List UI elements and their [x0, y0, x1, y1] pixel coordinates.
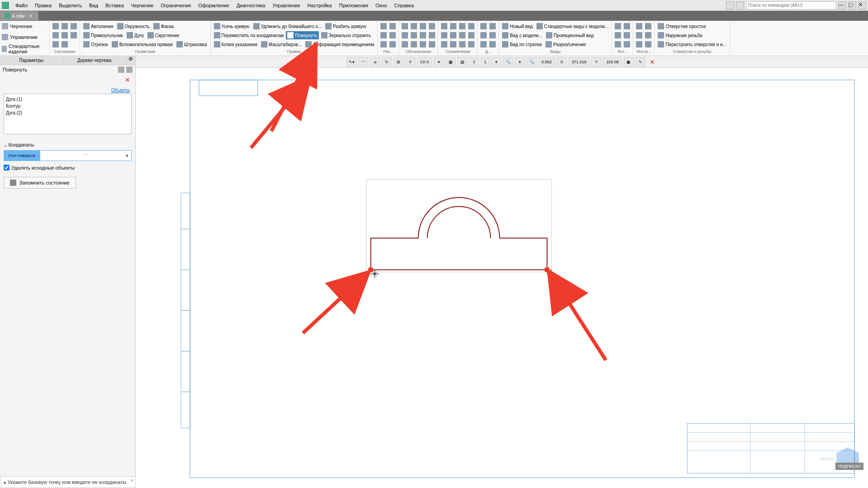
drawing-viewport[interactable] — [172, 74, 859, 483]
section-button[interactable]: Разрез/сечение — [544, 40, 587, 48]
menu-view[interactable]: Вид — [85, 3, 102, 8]
t3[interactable] — [635, 31, 643, 39]
ct9[interactable]: ▾ — [515, 57, 525, 66]
window-close[interactable]: ✕ — [858, 1, 866, 9]
split-button[interactable]: Разбить кривую — [324, 22, 367, 30]
help-icon[interactable] — [118, 66, 124, 73]
copy-button[interactable]: Копия указанием — [213, 40, 259, 48]
dim2[interactable] — [389, 22, 397, 30]
preview-button[interactable] — [61, 31, 69, 39]
menu-help[interactable]: Справка — [391, 3, 417, 8]
new-file-button[interactable] — [52, 22, 60, 30]
c6[interactable] — [449, 31, 457, 39]
scale-value[interactable]: 1 — [481, 57, 489, 66]
t4[interactable] — [644, 31, 652, 39]
scale-button[interactable]: Масштабиров... — [260, 40, 303, 48]
obj-item-3[interactable]: Дуга (2) — [6, 109, 129, 116]
object-list[interactable]: Дуга (1) Контур Дуга (2) — [4, 94, 132, 134]
cancel-command[interactable]: × — [647, 57, 657, 66]
menu-window[interactable]: Окно — [372, 3, 391, 8]
ct3[interactable]: ↻ — [382, 57, 392, 66]
ct6[interactable]: ▦ — [446, 57, 455, 66]
an7[interactable] — [419, 31, 427, 39]
i1[interactable] — [614, 22, 622, 30]
ct2[interactable]: ⌀ — [370, 57, 380, 66]
d2[interactable] — [489, 22, 497, 30]
an2[interactable] — [410, 22, 418, 30]
ct8[interactable]: ▾ — [491, 57, 501, 66]
dim1[interactable] — [379, 22, 388, 30]
line-button[interactable]: Отрезок — [82, 40, 109, 48]
i5[interactable] — [614, 40, 622, 48]
c2[interactable] — [449, 22, 457, 30]
rect-button[interactable]: Прямоугольник — [82, 31, 124, 39]
an11[interactable] — [419, 40, 427, 48]
an4[interactable] — [428, 22, 436, 30]
window-maximize[interactable]: ▢ — [848, 1, 856, 9]
remember-state-button[interactable]: Запомнить состояние — [4, 177, 76, 189]
ct10[interactable]: ▣ — [624, 57, 634, 66]
ct7[interactable]: ▨ — [457, 57, 467, 66]
menu-settings[interactable]: Настройка — [304, 3, 336, 8]
rotate-button[interactable]: Повернуть — [286, 31, 318, 39]
c3[interactable] — [458, 22, 466, 30]
chamfer-button[interactable]: Фаска — [152, 22, 175, 30]
layout-btn-2[interactable] — [736, 1, 744, 9]
menu-manage[interactable]: Управление — [269, 3, 304, 8]
zoom-out[interactable]: 🔍 — [503, 57, 513, 66]
an3[interactable] — [419, 22, 427, 30]
d1[interactable] — [479, 22, 488, 30]
save-button[interactable] — [70, 22, 78, 30]
c11[interactable] — [458, 40, 466, 48]
mode-drawing[interactable]: Черчение — [0, 21, 49, 32]
ct4[interactable]: ⊞ — [394, 57, 403, 66]
fillet-button[interactable]: Скругление — [146, 31, 181, 39]
menu-edit[interactable]: Правка — [31, 3, 55, 8]
dim5[interactable] — [379, 40, 388, 48]
move-button[interactable]: Переместить по координатам — [213, 31, 285, 39]
window-minimize[interactable]: — — [838, 1, 846, 9]
status-close[interactable]: × — [131, 478, 133, 483]
c4[interactable] — [467, 22, 475, 30]
dim4[interactable] — [389, 31, 397, 39]
an8[interactable] — [428, 31, 436, 39]
c12[interactable] — [467, 40, 475, 48]
scale-icon[interactable]: ‡ — [469, 57, 479, 66]
i6[interactable] — [623, 40, 631, 48]
an10[interactable] — [410, 40, 418, 48]
menu-insert[interactable]: Вставка — [102, 3, 128, 8]
c9[interactable] — [440, 40, 448, 48]
newview-button[interactable]: Новый вид — [501, 22, 534, 30]
menu-diagnostics[interactable]: Диагностика — [233, 3, 269, 8]
open-button[interactable] — [61, 22, 69, 30]
menu-apps[interactable]: Приложения — [336, 3, 372, 8]
properties-button[interactable] — [70, 31, 78, 39]
i4[interactable] — [623, 31, 631, 39]
stdviews-button[interactable]: Стандартные виды с модели... — [535, 22, 610, 30]
grid-toggle[interactable]: # — [405, 57, 415, 66]
t2[interactable] — [644, 22, 652, 30]
autoline-button[interactable]: Автолиния — [82, 22, 115, 30]
angle-dropdown-icon[interactable]: ▾ — [124, 153, 130, 159]
zoom-in[interactable]: 🔍 — [526, 57, 536, 66]
obj-item-2[interactable]: Контур — [6, 103, 129, 109]
i3[interactable] — [614, 31, 622, 39]
print-button[interactable] — [52, 31, 60, 39]
mode-stdparts[interactable]: Стандартные изделия — [0, 43, 49, 56]
c5[interactable] — [440, 31, 448, 39]
delete-source-checkbox[interactable] — [4, 165, 9, 171]
undo-button[interactable] — [52, 40, 60, 48]
projview-button[interactable]: Проекционный вид — [545, 31, 595, 39]
c10[interactable] — [449, 40, 457, 48]
simple-hole-button[interactable]: Отверстие простое — [656, 22, 707, 30]
dim3[interactable] — [379, 31, 388, 39]
mode-manage[interactable]: Управление — [0, 32, 49, 43]
hatch-button[interactable]: Штриховка — [175, 40, 209, 48]
d6[interactable] — [489, 40, 497, 48]
extend-button[interactable]: Удлинить до ближайшего о... — [252, 22, 323, 30]
c8[interactable] — [467, 31, 475, 39]
arc-button[interactable]: Дуга — [125, 31, 145, 39]
menu-formatting[interactable]: Оформление — [194, 3, 232, 8]
deform-button[interactable]: Деформация перемещением — [304, 40, 375, 48]
an1[interactable] — [401, 22, 409, 30]
